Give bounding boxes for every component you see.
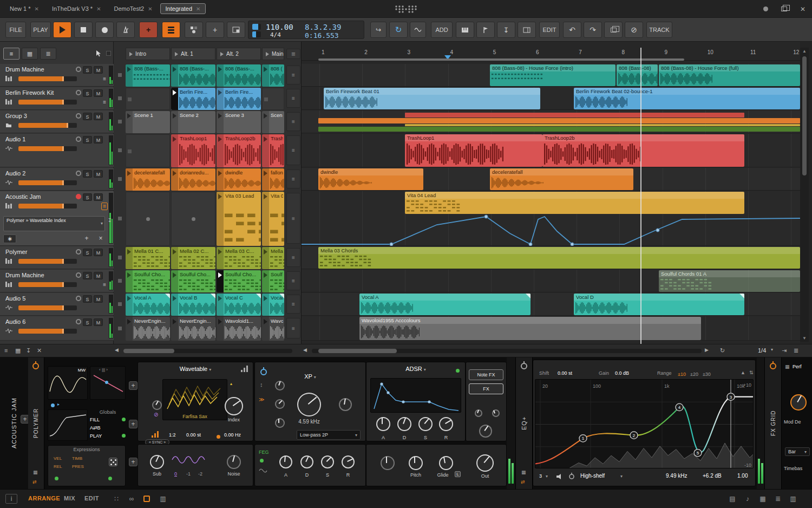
playhead[interactable] <box>640 48 641 344</box>
clip-slot-empty[interactable] <box>126 88 170 110</box>
eq-sort-icon[interactable]: ⇅ <box>749 370 754 375</box>
snap-grid-value[interactable]: 1/4 <box>758 347 766 354</box>
metronome-button[interactable] <box>116 22 135 38</box>
osc-2-display[interactable] <box>48 409 88 441</box>
tab-demotest2[interactable]: DemoTest2✕ <box>109 3 158 14</box>
polymer-device-strip[interactable]: POLYMER ▦ ⇄ <box>28 357 44 489</box>
scene-play-icon[interactable] <box>129 52 133 56</box>
launcher-clip-dwindle[interactable]: dwindle <box>217 168 261 191</box>
filter-knob-3[interactable] <box>275 418 285 428</box>
ab-toggle[interactable]: A⇄B <box>90 425 126 431</box>
env-knob-d[interactable] <box>397 417 411 431</box>
takes-icon[interactable]: ≡ <box>286 248 300 267</box>
panel-notes-icon[interactable]: ♪ <box>742 494 754 504</box>
group-sub-clip[interactable] <box>318 118 800 123</box>
track-row-polymer-6[interactable]: PolymerSM <box>0 246 114 269</box>
view-button-arrange[interactable]: ARRANGE <box>28 495 60 502</box>
launcher-clip-vocal-c[interactable]: Vocal C <box>217 294 261 316</box>
pin-icon[interactable]: ↧ <box>108 217 112 223</box>
monitor-button[interactable] <box>76 249 81 255</box>
filter-resonance-knob[interactable] <box>339 398 352 411</box>
group-sub-clip[interactable] <box>318 127 800 132</box>
sub-octave-1[interactable]: -1 <box>186 471 191 477</box>
filter-knob-1[interactable] <box>275 381 285 390</box>
solo-button[interactable]: S <box>83 318 92 326</box>
launcher-clip-soulful-cho[interactable]: Soulful Cho... <box>126 270 170 292</box>
arranger-clip-808-bass-08-house-force-full[interactable]: 808 (Bass-08) - House Force (full) <box>659 64 800 86</box>
launcher-scrollbar[interactable] <box>123 349 292 353</box>
add-osc-button[interactable]: + <box>129 381 137 390</box>
eq-range-30[interactable]: ±30 <box>703 372 711 377</box>
mute-button[interactable]: M <box>94 66 103 74</box>
arranger-clip-trashloop1[interactable]: TrashLoop1 <box>405 134 542 167</box>
track-row-acoustic-jam-5[interactable]: Acoustic JamSM≡Polymer » Wavetable Index… <box>0 191 114 246</box>
launcher-clip-808-bass[interactable]: 808 (Bass-... <box>171 64 215 87</box>
launcher-clip-neverengin[interactable]: NeverEngin... <box>126 317 170 341</box>
clip-slot-empty[interactable] <box>171 192 215 246</box>
arranger-clip-mella-03-chords[interactable]: Mella 03 Chords <box>318 247 800 269</box>
auto-scroll-icon[interactable]: ↻ <box>720 347 725 354</box>
clip-play-icon[interactable] <box>262 294 269 316</box>
track-collapse-icon[interactable]: ↧ <box>26 347 31 354</box>
solo-button[interactable]: S <box>83 249 92 256</box>
clip-play-icon[interactable] <box>262 111 269 133</box>
track-row-audio-1-3[interactable]: Audio 1SM <box>0 134 114 167</box>
arranger-clip-berlin-firework-beat-01[interactable]: Berlin Firework Beat 01 <box>324 88 540 109</box>
filter-drive-slider-icon[interactable]: ↕ <box>260 381 263 388</box>
tab-new-1[interactable]: New 1 *✕ <box>4 3 44 14</box>
scene-header-alt-2[interactable]: Alt. 2 <box>217 48 261 60</box>
launcher-clip-scene-1[interactable]: Scene 1 <box>126 111 170 133</box>
dual-display-icon[interactable]: ▥ <box>157 494 169 504</box>
volume-fader[interactable] <box>18 76 77 81</box>
clip-stop-button[interactable] <box>114 64 126 86</box>
clip-play-icon[interactable] <box>217 111 224 133</box>
filter-env-knob-s[interactable] <box>321 455 334 468</box>
arranger-clip-soulful-chords-01-a[interactable]: Soulful Chords 01 A <box>659 270 800 292</box>
osc-pitch-value[interactable]: 0.00 st <box>186 432 201 438</box>
pointer-tool-icon[interactable] <box>95 50 101 58</box>
fx-send-knob-1[interactable] <box>475 409 482 417</box>
panel-device-icon[interactable]: ≣ <box>772 494 784 504</box>
launcher-clip-dorianredu[interactable]: dorianredu... <box>171 168 215 191</box>
sync-link-icon[interactable]: ∞ <box>126 494 137 504</box>
clip-play-icon[interactable] <box>126 247 133 269</box>
tab-inthedark-v3[interactable]: InTheDark V3 *✕ <box>47 3 107 14</box>
takes-icon[interactable]: ≡ <box>286 318 300 338</box>
view-button-edit[interactable]: EDIT <box>84 495 99 502</box>
filter-cutoff-knob[interactable] <box>297 393 321 416</box>
view-button-mix[interactable]: MIX <box>64 495 75 502</box>
clip-play-icon[interactable] <box>262 168 269 191</box>
eq-band-type[interactable]: High-shelf <box>580 473 605 479</box>
launcher-clip-vocal[interactable]: Vocal <box>262 294 284 316</box>
device-chooser[interactable]: Polymer » Wavetable Index▾ <box>3 216 105 231</box>
solo-button[interactable]: S <box>83 113 92 120</box>
transport-toggle-top[interactable] <box>252 24 261 30</box>
panel-automation-icon[interactable]: ▦ <box>757 494 769 504</box>
wavetable-display[interactable]: Farfisa Sax <box>162 379 227 420</box>
osc-detune-value[interactable]: 0.00 Hz <box>224 432 241 438</box>
launcher-clip-scene-2[interactable]: Scene 2 <box>171 111 215 133</box>
clip-overdub-button[interactable] <box>185 22 203 38</box>
track-close-icon[interactable]: ✕ <box>37 347 42 354</box>
fill-mode-button[interactable] <box>162 22 180 38</box>
clip-play-icon[interactable] <box>171 247 178 269</box>
clip-play-icon[interactable] <box>217 134 224 167</box>
eq-bell-icon[interactable]: ▲ <box>741 370 745 375</box>
glide-display[interactable]: ‹ ||| › <box>90 366 126 400</box>
out-level-knob[interactable] <box>476 454 494 472</box>
clip-play-icon[interactable] <box>171 294 178 316</box>
solo-button[interactable]: S <box>83 66 92 74</box>
clip-play-icon[interactable] <box>262 134 269 167</box>
monitor-button[interactable] <box>76 90 81 95</box>
clip-slot-empty[interactable] <box>126 134 170 167</box>
mute-button[interactable]: M <box>94 136 103 144</box>
clip-play-icon[interactable] <box>217 294 224 316</box>
punch-in-button[interactable]: + <box>139 22 158 38</box>
clip-play-icon[interactable] <box>126 294 133 316</box>
clip-stop-button[interactable] <box>114 87 126 109</box>
launcher-clip-berlin-fire[interactable]: Berlin Fire... <box>217 88 261 110</box>
monitor-button[interactable] <box>76 171 81 176</box>
eq-listen-icon[interactable] <box>556 474 563 479</box>
record-button[interactable] <box>95 22 114 38</box>
clip-play-icon[interactable] <box>171 64 178 87</box>
